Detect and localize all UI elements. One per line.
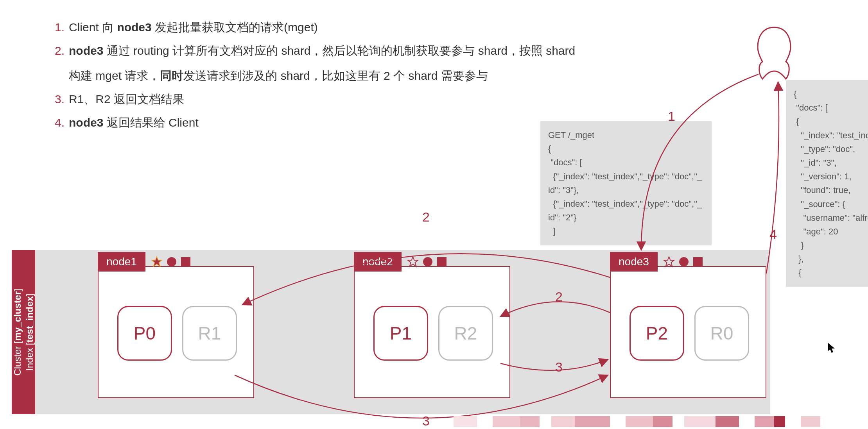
step-1: 1. Client 向 node3 发起批量获取文档的请求(mget): [55, 16, 575, 39]
square-filled-icon: [437, 257, 447, 267]
square-filled-icon: [181, 257, 191, 267]
step-2: 2. node3 通过 routing 计算所有文档对应的 shard，然后以轮…: [55, 39, 575, 63]
arrow-label-2-top: 2: [422, 209, 430, 225]
shard-r0: R0: [694, 306, 749, 361]
decorative-pixel-bar: [454, 416, 820, 427]
svg-marker-0: [152, 257, 162, 266]
request-code-box: GET /_mget { "docs": [ {"_index": "test_…: [540, 121, 712, 245]
node1-icons: [151, 256, 191, 268]
arrow-label-3-bot: 3: [422, 413, 430, 429]
steps-list: 1. Client 向 node3 发起批量获取文档的请求(mget) 2. n…: [55, 16, 575, 134]
step-num: 3.: [55, 88, 69, 111]
circle-filled-icon: [167, 257, 177, 267]
svg-rect-5: [437, 257, 447, 266]
cluster-label-bar: Cluster [my_cluster] Index [test_index]: [12, 250, 35, 414]
node1-label: node1: [98, 252, 145, 272]
shard-r1: R1: [182, 306, 237, 361]
svg-rect-8: [693, 257, 703, 266]
star-filled-icon: [151, 256, 163, 268]
step-text: node3 通过 routing 计算所有文档对应的 shard，然后以轮询的机…: [69, 39, 575, 63]
step-num: 2.: [55, 39, 69, 63]
node2-icons: [407, 256, 447, 268]
star-outline-icon: [663, 256, 675, 268]
arrow-label-1: 1: [668, 109, 675, 124]
step-text: R1、R2 返回文档结果: [69, 88, 184, 111]
svg-point-1: [167, 257, 176, 266]
node2-header: node2: [354, 252, 447, 272]
circle-filled-icon: [423, 257, 433, 267]
step-text: Client 向 node3 发起批量获取文档的请求(mget): [69, 16, 318, 39]
node3-box: node3 P2 R0: [610, 266, 766, 398]
step-2-cont: 构建 mget 请求，同时发送请求到涉及的 shard，比如这里有 2 个 sh…: [55, 64, 575, 88]
node2-label: node2: [354, 252, 402, 272]
step-num: 4.: [55, 111, 69, 134]
arrow-label-2-mid: 2: [555, 289, 563, 304]
step-text: node3 返回结果给 Client: [69, 111, 199, 134]
svg-point-4: [423, 257, 432, 266]
step-3: 3. R1、R2 返回文档结果: [55, 88, 575, 111]
node3-header: node3: [610, 252, 703, 272]
arrow-label-4: 4: [769, 227, 777, 242]
step-4: 4. node3 返回结果给 Client: [55, 111, 575, 134]
svg-marker-3: [408, 257, 418, 266]
node1-box: node1 P0 R1: [98, 266, 254, 398]
step-num: 1.: [55, 16, 69, 39]
shard-p1: P1: [373, 306, 428, 361]
svg-marker-6: [664, 257, 674, 266]
node2-box: node2 P1 R2: [354, 266, 510, 398]
response-code-box: { "docs": [ { "_index": "test_index", "_…: [786, 80, 868, 287]
client-head-icon: [751, 23, 798, 86]
cursor-icon: [827, 342, 836, 356]
svg-rect-2: [181, 257, 190, 266]
shard-p0: P0: [117, 306, 172, 361]
star-outline-icon: [407, 256, 419, 268]
node3-icons: [663, 256, 703, 268]
circle-filled-icon: [679, 257, 689, 267]
node3-label: node3: [610, 252, 658, 272]
square-filled-icon: [693, 257, 703, 267]
node1-header: node1: [98, 252, 191, 272]
shard-r2: R2: [438, 306, 493, 361]
cluster-label-text: Cluster [my_cluster] Index [test_index]: [11, 289, 36, 376]
svg-point-7: [679, 257, 689, 266]
arrow-label-3-mid: 3: [555, 359, 563, 375]
shard-p2: P2: [629, 306, 684, 361]
